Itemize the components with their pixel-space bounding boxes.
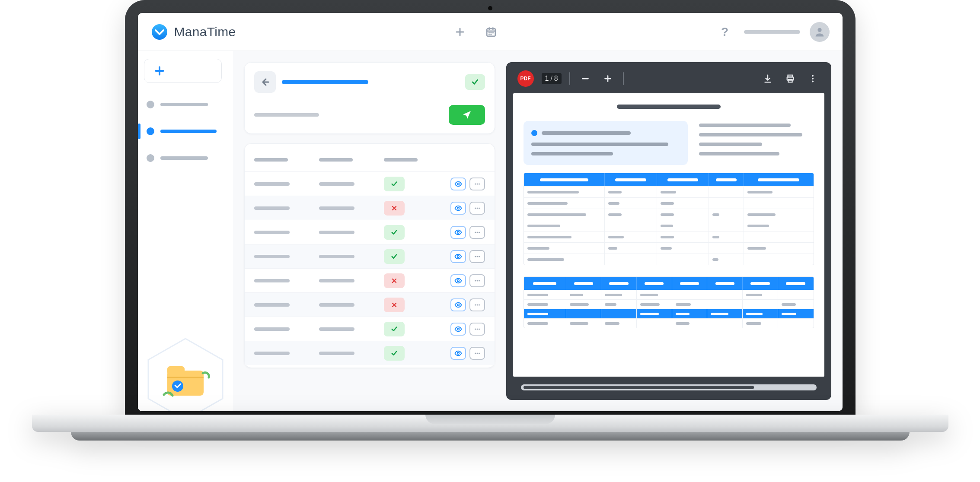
sidebar-item-2[interactable] (144, 120, 227, 143)
sidebar-add-button[interactable] (144, 59, 222, 83)
more-button[interactable] (469, 347, 485, 360)
avatar-button[interactable] (810, 22, 830, 42)
more-button[interactable] (469, 250, 485, 263)
pdf-toolbar: PDF 1 / 8 (511, 67, 827, 91)
pdf-cell (657, 231, 709, 242)
camera-dot (488, 6, 492, 10)
help-button[interactable]: ? (715, 22, 734, 41)
view-button[interactable] (450, 347, 466, 360)
download-icon (763, 74, 773, 83)
bullet-icon (531, 130, 537, 136)
topbar-calendar-button[interactable] (482, 22, 501, 41)
pdf-page (513, 93, 824, 377)
topbar-add-button[interactable] (450, 22, 469, 41)
svg-point-16 (475, 231, 476, 233)
pdf-cell (601, 300, 637, 309)
send-button[interactable] (449, 105, 485, 125)
status-badge (384, 322, 405, 336)
svg-point-32 (475, 328, 476, 330)
more-button[interactable] (469, 178, 485, 190)
pdf-cell (566, 290, 602, 299)
view-button[interactable] (450, 250, 466, 263)
svg-marker-3 (148, 339, 223, 411)
cell-placeholder (319, 206, 354, 210)
pdf-cell (524, 254, 605, 265)
pdf-cell (524, 319, 566, 328)
separator (569, 72, 570, 85)
pdf-cell (566, 300, 602, 309)
pdf-horizontal-scrollbar[interactable] (521, 384, 817, 390)
table-row (245, 268, 495, 292)
view-button[interactable] (450, 323, 466, 336)
cell-placeholder (254, 231, 290, 234)
more-button[interactable] (469, 226, 485, 239)
svg-point-0 (152, 24, 167, 40)
svg-point-10 (479, 183, 480, 184)
svg-point-15 (457, 231, 459, 233)
cell-placeholder (254, 303, 290, 307)
status-badge (384, 298, 405, 312)
view-button[interactable] (450, 274, 466, 287)
pdf-table-row (524, 209, 814, 220)
svg-point-35 (457, 352, 459, 354)
pdf-page-indicator[interactable]: 1 / 8 (542, 73, 562, 84)
more-button[interactable] (469, 323, 485, 336)
pdf-cell (672, 300, 708, 309)
more-button[interactable] (469, 202, 485, 215)
svg-point-25 (476, 280, 478, 281)
pdf-cell (637, 319, 672, 328)
cell-placeholder (254, 182, 290, 186)
more-button[interactable] (469, 298, 485, 311)
svg-rect-4 (167, 371, 204, 396)
topbar: ManaTime (138, 13, 843, 51)
pdf-menu-button[interactable] (805, 71, 820, 86)
pdf-column-header (743, 277, 778, 290)
svg-rect-5 (167, 366, 185, 375)
pdf-print-button[interactable] (783, 71, 798, 86)
pdf-table-row (524, 242, 814, 254)
laptop-bezel: ManaTime (125, 0, 856, 415)
pdf-cell (524, 290, 566, 299)
topbar-center (236, 22, 715, 41)
pdf-cell (524, 243, 605, 254)
view-button[interactable] (450, 202, 466, 215)
subtitle-placeholder (254, 113, 319, 117)
pdf-table-row (524, 186, 814, 197)
pdf-title-placeholder (617, 105, 721, 109)
scrollbar-thumb[interactable] (524, 386, 754, 389)
svg-point-12 (475, 207, 476, 209)
pdf-table-row (524, 197, 814, 209)
cell-placeholder (254, 327, 290, 331)
eye-icon (454, 180, 462, 188)
pdf-cell (601, 309, 637, 318)
pdf-cell (778, 300, 814, 309)
pdf-zoom-in-button[interactable] (600, 71, 615, 86)
pdf-cell (744, 254, 814, 265)
view-button[interactable] (450, 298, 466, 311)
pdf-cell (601, 319, 637, 328)
sidebar-item-3[interactable] (144, 147, 227, 169)
pdf-cell (524, 198, 605, 209)
topbar-placeholder-line (744, 30, 800, 34)
svg-point-6 (172, 381, 183, 392)
more-button[interactable] (469, 274, 485, 287)
minus-icon (581, 74, 590, 83)
pdf-cell (707, 319, 743, 328)
check-icon (390, 325, 398, 333)
pdf-table-2 (524, 276, 814, 328)
pdf-header-block (524, 121, 814, 165)
pdf-zoom-out-button[interactable] (578, 71, 593, 86)
back-button[interactable] (254, 71, 276, 93)
svg-point-34 (479, 328, 480, 330)
pdf-cell (601, 290, 637, 299)
cell-placeholder (254, 352, 290, 355)
check-icon (390, 180, 398, 188)
pdf-download-button[interactable] (760, 71, 775, 86)
header-card (244, 62, 495, 134)
view-button[interactable] (450, 178, 466, 190)
column-header (254, 158, 288, 162)
sidebar-item-1[interactable] (144, 93, 227, 116)
svg-point-44 (811, 80, 813, 82)
table-row (245, 196, 495, 220)
view-button[interactable] (450, 226, 466, 239)
